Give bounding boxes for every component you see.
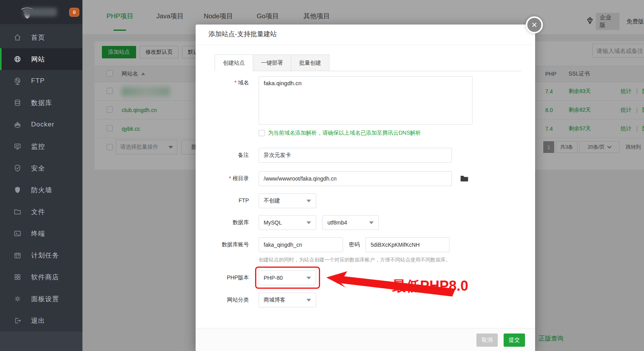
db-account-input[interactable]	[259, 237, 343, 252]
sidebar-item-ftp[interactable]: FTP	[0, 70, 82, 92]
grid-icon	[13, 273, 22, 281]
modal-tab-0[interactable]: 创建站点	[215, 54, 253, 71]
domain-label: 域名	[196, 79, 249, 86]
ftp-icon	[13, 77, 22, 85]
domain-textarea[interactable]: faka.qingdh.cn	[259, 76, 472, 125]
database-label: 数据库	[196, 219, 249, 226]
sidebar-item-cron[interactable]: 计划任务	[0, 244, 82, 266]
sidebar-item-security[interactable]: 安全	[0, 157, 82, 179]
chevron-down-icon	[306, 277, 311, 282]
db-helper-text: 创建站点的同时，为站点创建一个对应的数据库帐户，方便不同站点使用不同数据库。	[259, 256, 451, 263]
chevron-down-icon	[306, 221, 311, 226]
database-type-select[interactable]: MySQL	[259, 215, 316, 230]
sidebar-nav: 首页 网站 FTP 数据库 Docker 监控 安全 防火墙 文	[0, 24, 82, 332]
home-icon	[13, 33, 22, 42]
submit-button[interactable]: 提交	[504, 333, 525, 347]
site-category-select[interactable]: 商城博客	[259, 293, 316, 307]
remark-input[interactable]	[259, 148, 452, 163]
modal-footer: 取消 提交	[196, 328, 535, 351]
dns-resolve-row: 为当前域名添加解析，请确保以上域名已添加至腾讯云DNS解析	[259, 130, 421, 137]
sidebar-item-database[interactable]: 数据库	[0, 92, 82, 114]
docker-icon	[13, 120, 22, 129]
logo-bar: 0	[0, 0, 82, 24]
php-version-label: PHP版本	[196, 274, 249, 281]
sidebar-item-appstore[interactable]: 软件商店	[0, 266, 82, 288]
dns-resolve-text: 为当前域名添加解析，请确保以上域名已添加至腾讯云DNS解析	[268, 130, 421, 137]
root-path-input[interactable]	[259, 171, 452, 186]
root-path-label: 根目录	[196, 175, 249, 182]
db-password-input[interactable]	[366, 237, 450, 252]
chevron-down-icon	[369, 221, 374, 226]
shield-icon	[13, 186, 22, 194]
ftp-label: FTP	[196, 197, 249, 204]
chevron-down-icon	[306, 299, 311, 304]
modal-tabs: 创建站点一键部署批量创建	[215, 54, 521, 71]
shield-check-icon	[13, 164, 22, 172]
database-charset-select[interactable]: utf8mb4	[322, 215, 379, 230]
db-account-label: 数据库账号	[196, 241, 249, 248]
sidebar-item-logout[interactable]: 退出	[0, 310, 82, 332]
logout-icon	[13, 316, 22, 325]
folder-picker-icon[interactable]	[460, 174, 469, 185]
close-icon[interactable]: ×	[526, 16, 543, 33]
sidebar-item-docker[interactable]: Docker	[0, 114, 82, 135]
site-category-label: 网站分类	[196, 297, 249, 304]
folder-icon	[13, 207, 22, 216]
terminal-icon	[13, 229, 22, 238]
sidebar-item-home[interactable]: 首页	[0, 26, 82, 48]
divider	[196, 45, 535, 45]
dns-resolve-checkbox[interactable]	[259, 130, 265, 136]
sidebar-item-files[interactable]: 文件	[0, 201, 82, 223]
modal-tab-1[interactable]: 一键部署	[253, 54, 291, 71]
cancel-button[interactable]: 取消	[476, 333, 498, 347]
globe-icon	[13, 55, 22, 63]
sidebar-footer	[0, 332, 82, 351]
sidebar-item-panel-settings[interactable]: 面板设置	[0, 288, 82, 310]
modal-tab-2[interactable]: 批量创建	[291, 54, 329, 71]
sidebar: 0 首页 网站 FTP 数据库 Docker 监控 安全 防火墙	[0, 0, 82, 351]
sidebar-item-website[interactable]: 网站	[0, 48, 82, 70]
sidebar-item-monitor[interactable]: 监控	[0, 135, 82, 157]
add-site-modal: 添加站点-支持批量建站 × 创建站点一键部署批量创建 域名 faka.qingd…	[196, 25, 535, 351]
annotation-text: 最低PHP8.0	[392, 277, 468, 296]
sidebar-item-firewall[interactable]: 防火墙	[0, 179, 82, 201]
remark-label: 备注	[196, 152, 249, 159]
sidebar-item-terminal[interactable]: 终端	[0, 223, 82, 244]
php-version-select[interactable]: PHP-80	[259, 270, 316, 285]
message-count-badge[interactable]: 0	[69, 8, 79, 17]
ftp-select[interactable]: 不创建	[259, 193, 316, 208]
db-password-label: 密码	[349, 241, 360, 248]
modal-title: 添加站点-支持批量建站	[208, 30, 277, 39]
chevron-down-icon	[306, 200, 311, 205]
calendar-icon	[13, 251, 22, 260]
server-name-blurred	[23, 8, 57, 16]
gear-icon	[13, 295, 22, 303]
database-icon	[13, 98, 22, 107]
monitor-icon	[13, 142, 22, 151]
